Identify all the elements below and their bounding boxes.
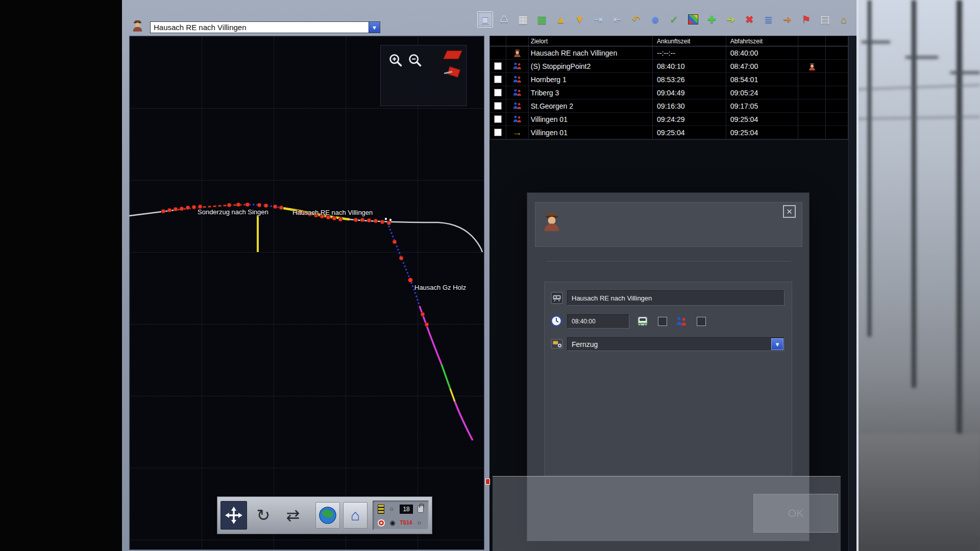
depot-button[interactable]: ⌂ (836, 11, 852, 28)
passengers-icon (512, 114, 522, 124)
save-button[interactable]: ▣ (477, 11, 493, 28)
option-checkbox-2[interactable] (697, 317, 706, 326)
ok-button[interactable]: OK (753, 494, 838, 533)
grid-small-icon: ▦ (518, 13, 528, 26)
header-zielort: Zielort (529, 36, 653, 46)
locomotive-icon (636, 316, 649, 327)
table-row[interactable]: St.Georgen 2 09:16:30 09:17:05 (490, 99, 848, 113)
radio-button[interactable]: ◉ (389, 519, 395, 526)
train-type-dropdown[interactable]: Fernzug ▼ (567, 337, 785, 351)
splitter-marker[interactable] (485, 479, 490, 485)
cell-ankunft: 09:04:49 (653, 86, 726, 99)
row-checkbox[interactable] (494, 115, 502, 123)
catenary-arm (905, 56, 938, 59)
flag-icon: ⚑ (802, 13, 811, 26)
train-box-icon (551, 292, 563, 304)
rotate-button[interactable]: ↻ (250, 501, 277, 530)
radio-button[interactable]: ○ (389, 506, 395, 512)
delete-button[interactable]: ♺ (496, 11, 512, 28)
platform-icon: ▤ (820, 13, 830, 26)
signal-icon[interactable] (378, 505, 384, 514)
radio-button[interactable]: ○ (418, 519, 424, 526)
train-driver-icon (131, 18, 144, 32)
row-checkbox[interactable] (494, 62, 502, 70)
flag-button[interactable]: ⚑ (798, 11, 814, 28)
train-type-icon (551, 338, 563, 350)
move-up-button[interactable]: ▲ (553, 11, 569, 28)
table-row[interactable]: → Villingen 01 09:25:04 09:25:04 (490, 126, 848, 139)
red-draw-tool-icon[interactable] (447, 66, 460, 78)
row-checkbox[interactable] (494, 102, 502, 110)
passengers-icon (512, 74, 522, 84)
move-down-button[interactable]: ▼ (572, 11, 587, 28)
table-header: Zielort Ankunftszeit Abfahrtszeit (490, 36, 848, 46)
target-signal-icon[interactable] (378, 519, 385, 527)
zoom-out-button[interactable] (407, 53, 423, 68)
cell-abfahrt: 09:25:04 (726, 126, 799, 139)
globe-button[interactable] (315, 502, 340, 529)
home-button[interactable]: ⌂ (343, 502, 368, 529)
arrow-up-icon: ▲ (556, 14, 566, 26)
row-checkbox[interactable] (494, 76, 502, 83)
option-checkbox-1[interactable] (658, 317, 667, 326)
connect-button[interactable]: ⇄ (280, 501, 306, 530)
catenary-arm (862, 41, 890, 43)
grid-large-button[interactable]: ▦ (534, 11, 550, 28)
close-button[interactable]: ✕ (783, 205, 796, 218)
shift-left-button[interactable]: ⇤ (609, 11, 625, 28)
remove-stop-button[interactable]: ✖ (742, 11, 757, 28)
chevron-down-icon[interactable]: ▼ (771, 338, 783, 350)
cell-abfahrt: 09:17:05 (726, 99, 799, 112)
table-row[interactable]: Triberg 3 09:04:49 09:05:24 (490, 86, 848, 99)
departure-time-field[interactable]: 08:40:00 (567, 314, 629, 329)
plus-icon: ✚ (707, 13, 716, 26)
row-checkbox[interactable] (494, 89, 502, 96)
zoom-in-button[interactable] (388, 53, 403, 68)
catenary-arm (950, 71, 980, 74)
zoom-level-value: 18 (400, 505, 412, 514)
cell-ankunft: 09:16:30 (653, 99, 726, 112)
insert-stop-button[interactable]: ✚ (704, 11, 720, 28)
map-label-hausach-gz: Hausach Gz Holz (414, 284, 466, 291)
row-checkbox[interactable] (494, 129, 502, 136)
train-driver-icon (512, 48, 522, 58)
passengers-button[interactable]: ☻ (647, 11, 663, 28)
table-row[interactable]: (S) StoppingPoint2 08:40:10 08:47:00 (490, 60, 848, 73)
database-button[interactable]: ≣ (761, 11, 776, 28)
table-row[interactable]: Hausach RE nach Villingen --:--:-- 08:40… (490, 46, 848, 60)
red-area-tool-icon[interactable] (443, 51, 462, 59)
header-ankunftszeit: Ankunftszeit (653, 36, 726, 46)
cell-zielort: St.Georgen 2 (529, 99, 653, 112)
undo-button[interactable]: ↶ (628, 11, 644, 28)
table-row[interactable]: Hornberg 1 08:53:26 08:54:01 (490, 73, 848, 86)
append-stop-button[interactable]: ➔ (723, 11, 739, 28)
grid-small-button[interactable]: ▦ (515, 11, 531, 28)
passengers-icon (512, 61, 522, 71)
signal-id-label: TS14 (400, 520, 412, 525)
undo-icon: ↶ (632, 13, 641, 26)
cell-abfahrt: 09:25:04 (726, 113, 799, 126)
exit-button[interactable]: ➜ (779, 11, 795, 28)
train-select-dropdown[interactable]: Hausach RE nach Villingen ▼ (150, 21, 380, 33)
train-select-value: Hausach RE nach Villingen (151, 23, 369, 32)
cell-abfahrt: 08:54:01 (726, 73, 799, 86)
apply-button[interactable]: ✓ (666, 11, 682, 28)
lock-icon[interactable] (418, 506, 424, 513)
driver-present-icon (807, 62, 817, 71)
scrollbar[interactable] (848, 36, 856, 551)
table-row[interactable]: Villingen 01 09:24:29 09:25:04 (490, 113, 848, 126)
cell-zielort: (S) StoppingPoint2 (529, 60, 653, 72)
passengers-icon (675, 315, 688, 328)
train-name-field[interactable]: Hausach RE nach Villingen (567, 290, 785, 306)
arrow-right-icon: ➔ (726, 13, 735, 26)
schedule-table: Zielort Ankunftszeit Abfahrtszeit Hausac… (489, 36, 848, 140)
globe-icon (318, 506, 337, 525)
header-abfahrtszeit: Abfahrtszeit (726, 36, 799, 46)
pan-button[interactable] (220, 501, 247, 530)
color-grid-button[interactable] (685, 11, 701, 28)
train-driver-icon (541, 209, 563, 233)
cell-abfahrt: 08:40:00 (726, 46, 799, 59)
chevron-down-icon[interactable]: ▼ (369, 22, 380, 33)
platform-button[interactable]: ▤ (817, 11, 833, 28)
shift-right-button[interactable]: ⇥ (591, 11, 606, 28)
